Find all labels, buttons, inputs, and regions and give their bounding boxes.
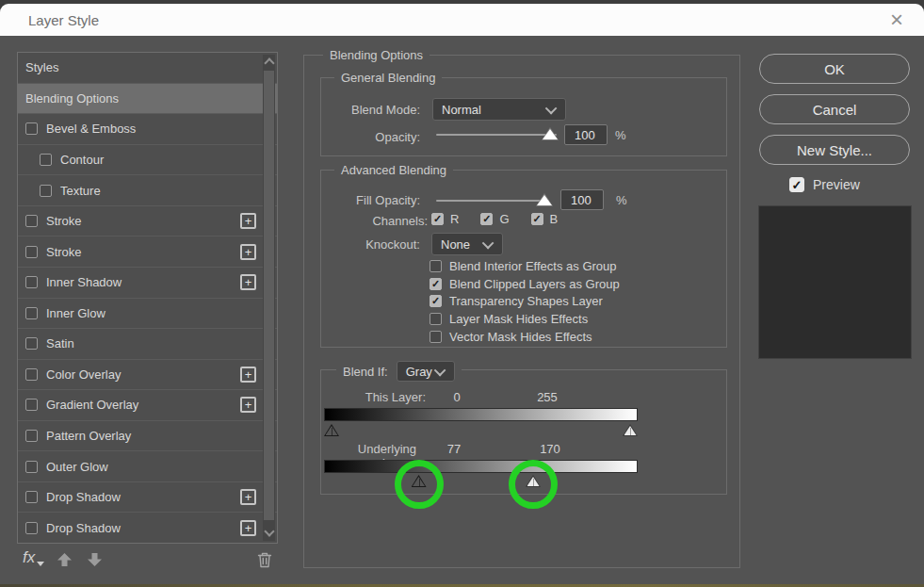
this-layer-gradient-bar: [324, 408, 638, 421]
effect-checkbox[interactable]: [25, 307, 38, 319]
effect-checkbox[interactable]: [25, 399, 38, 411]
option-checkbox[interactable]: ✓: [430, 278, 442, 290]
blend-if-channel-dropdown[interactable]: Gray: [397, 361, 455, 382]
general-blending-title: General Blending: [334, 71, 442, 85]
styles-list-item[interactable]: Drop Shadow+: [18, 482, 277, 514]
effect-checkbox[interactable]: [25, 337, 38, 350]
add-effect-button[interactable]: +: [240, 213, 256, 229]
effect-checkbox[interactable]: [25, 122, 38, 135]
opacity-unit: %: [615, 128, 626, 142]
styles-list-item[interactable]: Color Overlay+: [18, 360, 277, 391]
option-label: Transparency Shapes Layer: [449, 294, 603, 308]
underlying-layer-high-thumb[interactable]: [526, 475, 541, 487]
styles-list-item-label: Satin: [46, 336, 74, 351]
opacity-slider-thumb[interactable]: [542, 127, 559, 140]
close-button[interactable]: ×: [879, 4, 915, 36]
new-style-button[interactable]: New Style...: [759, 135, 910, 165]
styles-list-item[interactable]: Blending Options: [18, 84, 277, 115]
advanced-option-row: ✓Transparency Shapes Layer: [430, 293, 719, 311]
styles-list-item[interactable]: Satin: [18, 329, 277, 360]
cancel-button[interactable]: Cancel: [759, 94, 910, 124]
option-checkbox[interactable]: [430, 313, 442, 325]
styles-list-item[interactable]: Pattern Overlay: [18, 421, 277, 452]
effect-checkbox[interactable]: [25, 430, 38, 442]
styles-list-item-label: Texture: [60, 184, 101, 198]
effect-checkbox[interactable]: [40, 154, 52, 166]
styles-list-item[interactable]: Styles: [18, 53, 277, 84]
scrollbar-thumb[interactable]: [264, 71, 274, 520]
add-effect-button[interactable]: +: [240, 520, 256, 536]
blend-if-legend: Blend If: Gray: [336, 360, 462, 383]
styles-list-item[interactable]: Inner Shadow+: [18, 268, 277, 299]
opacity-slider-track: [436, 134, 557, 136]
underlying-layer-low-thumb[interactable]: [412, 475, 427, 487]
styles-list-item-label: Gradient Overlay: [46, 398, 138, 412]
option-checkbox[interactable]: [430, 331, 442, 343]
delete-effect-button[interactable]: [255, 550, 274, 569]
styles-list-item[interactable]: Texture: [18, 175, 277, 206]
advanced-option-row: Vector Mask Hides Effects: [430, 328, 719, 346]
fill-opacity-slider-thumb[interactable]: [536, 193, 553, 206]
styles-list-item-label: Outer Glow: [46, 460, 108, 474]
scroll-up-button[interactable]: [263, 55, 275, 68]
scroll-down-button[interactable]: [263, 528, 275, 539]
option-label: Blend Interior Effects as Group: [449, 259, 617, 273]
styles-list-item[interactable]: Gradient Overlay+: [18, 390, 277, 421]
layer-style-dialog: Layer Style × StylesBlending OptionsBeve…: [0, 0, 924, 587]
effect-checkbox[interactable]: [25, 368, 38, 381]
effect-checkbox[interactable]: [25, 276, 38, 288]
styles-list-item-label: Stroke: [46, 245, 82, 259]
styles-list-item[interactable]: Drop Shadow+: [18, 513, 277, 543]
window-title: Layer Style: [28, 12, 99, 28]
ok-button[interactable]: OK: [759, 54, 910, 84]
blend-if-channel-value: Gray: [406, 365, 437, 379]
effect-checkbox[interactable]: [25, 215, 38, 227]
effect-checkbox[interactable]: [25, 246, 38, 258]
option-label: Layer Mask Hides Effects: [449, 312, 588, 326]
dialog-window: Layer Style × StylesBlending OptionsBeve…: [0, 4, 924, 584]
effect-checkbox[interactable]: [40, 185, 52, 197]
trash-icon: [257, 551, 272, 568]
channel-checkbox[interactable]: ✓: [480, 213, 493, 225]
preview-checkbox[interactable]: ✓: [789, 177, 804, 192]
styles-list-item[interactable]: Bevel & Emboss: [18, 114, 277, 145]
styles-list-item[interactable]: Inner Glow: [18, 299, 277, 330]
add-effect-button[interactable]: +: [240, 274, 256, 290]
styles-list-item[interactable]: Stroke+: [18, 206, 277, 237]
this-layer-high-thumb[interactable]: [623, 424, 638, 436]
add-effect-button[interactable]: +: [240, 397, 256, 413]
styles-list-item-label: Inner Shadow: [46, 275, 122, 289]
channel-checkbox[interactable]: ✓: [431, 213, 444, 225]
effect-checkbox[interactable]: [25, 522, 38, 534]
general-blending-group: General Blending Blend Mode: Normal Opac…: [320, 77, 727, 156]
styles-list-item[interactable]: Stroke+: [18, 236, 277, 268]
chevron-up-icon: [264, 57, 274, 68]
add-effect-button[interactable]: +: [240, 244, 256, 260]
styles-list-item[interactable]: Contour: [18, 145, 277, 176]
opacity-input[interactable]: [564, 124, 608, 145]
styles-list-scrollbar[interactable]: [263, 55, 275, 541]
advanced-option-row: ✓Blend Clipped Layers as Group: [430, 275, 719, 293]
option-checkbox[interactable]: [430, 260, 442, 272]
styles-list-item-label: Blending Options: [25, 91, 119, 106]
styles-list-item-label: Pattern Overlay: [46, 429, 131, 443]
this-layer-high-value: 255: [529, 390, 565, 404]
this-layer-low-thumb[interactable]: [324, 424, 339, 436]
channel-checkbox[interactable]: ✓: [531, 213, 543, 225]
add-effect-button[interactable]: +: [240, 489, 256, 505]
preview-swatch: [758, 205, 912, 359]
add-effect-button[interactable]: +: [240, 367, 256, 383]
arrow-up-icon: [57, 552, 73, 567]
move-effect-down-button[interactable]: [85, 550, 104, 569]
blend-mode-dropdown[interactable]: Normal: [432, 98, 566, 121]
knockout-dropdown[interactable]: None: [431, 233, 503, 255]
styles-list-item[interactable]: Outer Glow: [18, 451, 277, 482]
panel-title: Blending Options: [323, 48, 430, 62]
effect-checkbox[interactable]: [25, 461, 38, 473]
effect-checkbox[interactable]: [25, 491, 38, 503]
move-effect-up-button[interactable]: [55, 550, 73, 569]
option-checkbox[interactable]: ✓: [430, 295, 442, 307]
fill-opacity-input[interactable]: [560, 189, 604, 210]
styles-list-item-label: Drop Shadow: [46, 521, 121, 535]
fx-menu-button[interactable]: fx: [23, 548, 44, 567]
